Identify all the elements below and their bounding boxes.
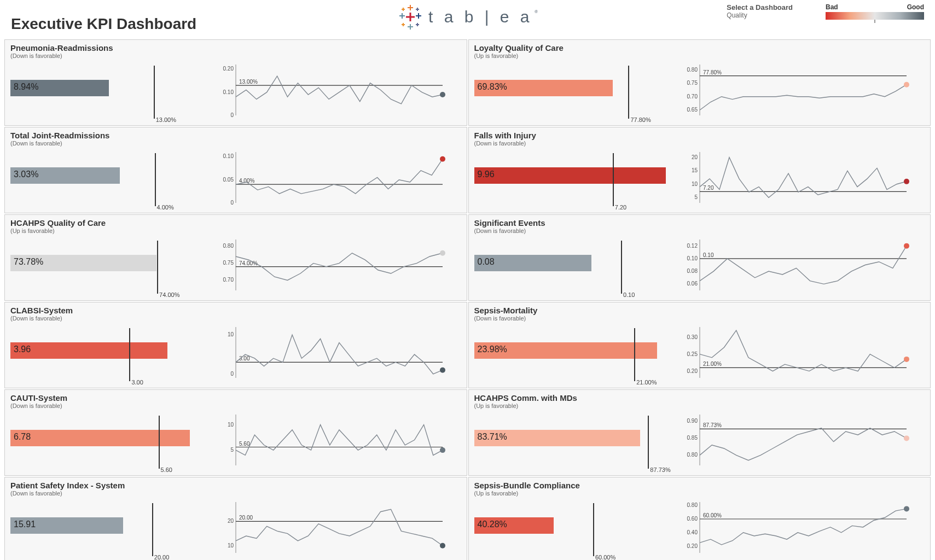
- svg-text:10: 10: [228, 542, 234, 549]
- spark-wrap: 00.050.104.00%: [214, 149, 461, 211]
- svg-text:20: 20: [228, 518, 234, 524]
- bullet-target-label: 20.00: [154, 554, 170, 560]
- spark-wrap: 00.100.2013.00%: [214, 61, 461, 123]
- kpi-psi[interactable]: Patient Safety Index - System (Down is f…: [4, 477, 467, 560]
- kpi-clabsi[interactable]: CLABSI-System (Down is favorable) 3.96 3…: [4, 302, 467, 388]
- svg-point-70: [440, 368, 445, 373]
- svg-text:0.70: 0.70: [687, 94, 698, 100]
- svg-text:0.75: 0.75: [687, 80, 698, 86]
- kpi-falls[interactable]: Falls with Injury (Down is favorable) 9.…: [468, 127, 931, 213]
- spark-wrap: 102020.00: [214, 499, 461, 560]
- svg-text:10: 10: [228, 331, 234, 337]
- kpi-subtitle: (Up is favorable): [10, 228, 461, 234]
- svg-point-90: [904, 435, 909, 441]
- svg-text:0.10: 0.10: [703, 252, 714, 258]
- kpi-joint[interactable]: Total Joint-Readmissions (Down is favora…: [4, 127, 467, 213]
- selector-value: Quality: [727, 11, 793, 19]
- svg-text:t a b | e a u: t a b | e a u: [428, 8, 539, 26]
- legend-bad: Bad: [826, 3, 838, 11]
- bullet-chart: 6.78 5.60: [10, 411, 208, 473]
- kpi-cauti[interactable]: CAUTI-System (Down is favorable) 6.78 5.…: [4, 389, 467, 476]
- svg-text:0.20: 0.20: [687, 368, 698, 374]
- spark-wrap: 5105.60: [214, 411, 461, 473]
- dashboard-selector[interactable]: Select a Dashboard Quality: [727, 3, 793, 19]
- kpi-subtitle: (Up is favorable): [474, 52, 925, 59]
- svg-text:0.30: 0.30: [687, 334, 698, 340]
- spark-wrap: 0.650.700.750.8077.80%: [678, 61, 925, 123]
- svg-point-104: [904, 506, 909, 511]
- bullet-target-line: [613, 153, 614, 206]
- kpi-title: Pneumonia-Readmissions: [10, 43, 461, 52]
- svg-text:0.80: 0.80: [687, 67, 698, 73]
- kpi-sepsis_mort[interactable]: Sepsis-Mortality (Down is favorable) 23.…: [468, 302, 931, 388]
- bullet-target-line: [593, 503, 594, 556]
- svg-text:7.20: 7.20: [703, 185, 714, 191]
- svg-text:20.00: 20.00: [239, 515, 253, 521]
- kpi-subtitle: (Down is favorable): [474, 228, 925, 234]
- svg-text:10: 10: [228, 422, 234, 428]
- svg-point-49: [904, 179, 909, 184]
- kpi-loyalty[interactable]: Loyalty Quality of Care (Up is favorable…: [468, 39, 931, 126]
- svg-text:21.00%: 21.00%: [703, 361, 722, 367]
- kpi-title: HCAHPS Comm. with MDs: [474, 393, 925, 402]
- svg-point-64: [904, 243, 909, 249]
- bullet-target-line: [648, 416, 649, 469]
- spark-wrap: 0.800.850.9087.73%: [678, 411, 925, 473]
- svg-text:13.00%: 13.00%: [239, 79, 258, 85]
- kpi-sepsis_bundle[interactable]: Sepsis-Bundle Compliance (Up is favorabl…: [468, 477, 931, 560]
- svg-text:15: 15: [692, 167, 698, 173]
- bullet-target-label: 5.60: [161, 466, 172, 473]
- svg-text:77.80%: 77.80%: [703, 69, 722, 75]
- legend-good: Good: [907, 3, 924, 11]
- svg-text:0.06: 0.06: [687, 281, 698, 287]
- kpi-hcahps_quality[interactable]: HCAHPS Quality of Care (Up is favorable)…: [4, 214, 467, 301]
- kpi-subtitle: (Down is favorable): [10, 140, 461, 147]
- bullet-chart: 3.96 3.00: [10, 324, 208, 386]
- quality-legend: Bad Good: [826, 3, 924, 20]
- bullet-target-line: [634, 328, 635, 381]
- kpi-subtitle: (Down is favorable): [10, 315, 461, 322]
- svg-text:0.08: 0.08: [687, 268, 698, 274]
- spark-wrap: 0.060.080.100.120.10: [678, 236, 925, 298]
- bullet-bar: [10, 342, 167, 359]
- bullet-target-label: 4.00%: [157, 204, 174, 211]
- svg-text:0.60: 0.60: [687, 516, 698, 522]
- bullet-target-line: [152, 503, 153, 556]
- bullet-target-line: [621, 241, 622, 294]
- kpi-title: Significant Events: [474, 218, 925, 228]
- bullet-chart: 9.96 7.20: [474, 149, 672, 211]
- svg-text:0: 0: [231, 371, 234, 377]
- bullet-target-label: 7.20: [615, 204, 626, 211]
- kpi-title: CLABSI-System: [10, 306, 461, 315]
- spark-wrap: 51015207.20: [678, 149, 925, 211]
- svg-text:5: 5: [231, 447, 234, 453]
- svg-point-41: [440, 156, 445, 162]
- kpi-value: 23.98%: [478, 345, 507, 354]
- spark-wrap: 0.200.400.600.8060.00%: [678, 499, 925, 560]
- svg-text:0.12: 0.12: [687, 243, 698, 249]
- kpi-pneumonia[interactable]: Pneumonia-Readmissions (Down is favorabl…: [4, 39, 467, 126]
- kpi-value: 73.78%: [14, 257, 43, 267]
- kpi-hcahps_md[interactable]: HCAHPS Comm. with MDs (Up is favorable) …: [468, 389, 931, 476]
- bullet-chart: 0.08 0.10: [474, 236, 672, 298]
- svg-text:0.20: 0.20: [687, 543, 698, 549]
- svg-text:5: 5: [694, 194, 698, 200]
- svg-text:3.00: 3.00: [239, 355, 250, 361]
- svg-text:87.73%: 87.73%: [703, 422, 722, 428]
- bullet-target-label: 60.00%: [595, 554, 615, 560]
- selector-label: Select a Dashboard: [727, 3, 793, 11]
- kpi-title: Sepsis-Mortality: [474, 306, 925, 315]
- spark-wrap: 0103.00: [214, 324, 461, 386]
- svg-text:60.00%: 60.00%: [703, 512, 722, 518]
- tableau-logo: t a b | e a u ®: [397, 3, 539, 31]
- svg-point-56: [440, 250, 445, 256]
- svg-text:®: ®: [535, 9, 538, 14]
- kpi-subtitle: (Down is favorable): [10, 490, 461, 497]
- bullet-chart: 23.98% 21.00%: [474, 324, 672, 386]
- kpi-value: 8.94%: [14, 82, 38, 92]
- bullet-target-label: 87.73%: [650, 466, 670, 473]
- bullet-target-label: 3.00: [131, 379, 143, 386]
- bullet-chart: 69.83% 77.80%: [474, 61, 672, 123]
- kpi-sig_events[interactable]: Significant Events (Down is favorable) 0…: [468, 214, 931, 301]
- kpi-subtitle: (Down is favorable): [474, 315, 925, 322]
